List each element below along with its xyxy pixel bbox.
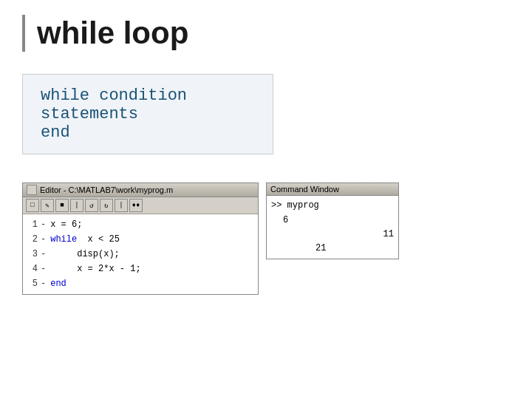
cmd-output-11: 11: [271, 228, 394, 242]
line-num-4: 4: [23, 262, 41, 276]
end-keyword: end: [41, 123, 70, 142]
line-dash-1: -: [41, 218, 50, 231]
editor-line-5: 5 - end: [23, 276, 258, 291]
slide: while loop while condition statements en…: [0, 0, 532, 399]
line-code-5: end: [50, 277, 66, 290]
toolbar-sep2: |: [115, 199, 128, 212]
line-num-2: 2: [23, 233, 41, 246]
syntax-line3: end: [41, 123, 255, 142]
cmd-prompt-text: >> myprog: [271, 200, 319, 211]
slide-title: while loop: [22, 15, 510, 52]
line-code-3: disp(x);: [50, 248, 120, 261]
toolbar-btn-open[interactable]: ✎: [41, 199, 54, 212]
cmd-title-bar: Command Window: [267, 183, 398, 196]
editor-icon: [27, 185, 37, 195]
cmd-val-11: 11: [383, 228, 394, 242]
condition-text: condition: [89, 86, 187, 105]
while-keyword: while: [41, 86, 89, 105]
editor-window: Editor - C:\MATLAB7\work\myprog.m □ ✎ ■ …: [22, 183, 259, 295]
toolbar-btn-save[interactable]: ■: [55, 199, 69, 212]
toolbar-sep1: |: [70, 199, 83, 212]
cmd-output-21: 21: [271, 242, 394, 256]
editor-line-4: 4 - x = 2*x - 1;: [23, 262, 258, 276]
syntax-box: while condition statements end: [22, 74, 273, 154]
while-kw-code: while: [50, 234, 77, 245]
line-code-4: x = 2*x - 1;: [50, 262, 140, 276]
line-num-3: 3: [23, 248, 41, 261]
editor-line-2: 2 - while x < 25: [23, 232, 258, 247]
line-num-1: 1: [23, 218, 41, 231]
end-kw-code: end: [50, 279, 66, 289]
command-window: Command Window >> myprog 6 11 21: [266, 183, 399, 259]
line-code-2: while x < 25: [50, 233, 120, 246]
line-dash-5: -: [41, 277, 50, 290]
cmd-val-21: 21: [316, 242, 326, 256]
line-num-5: 5: [23, 277, 41, 290]
editor-line-1: 1 - x = 6;: [23, 217, 258, 232]
line-code-1: x = 6;: [50, 218, 82, 231]
line-dash-2: -: [41, 233, 50, 246]
editor-area: Editor - C:\MATLAB7\work\myprog.m □ ✎ ■ …: [22, 183, 510, 295]
editor-title-bar: Editor - C:\MATLAB7\work\myprog.m: [23, 183, 258, 197]
editor-title: Editor - C:\MATLAB7\work\myprog.m: [40, 185, 173, 194]
line-dash-3: -: [41, 248, 50, 261]
cmd-content: >> myprog 6 11 21: [267, 196, 398, 259]
toolbar-btn-redo[interactable]: ↻: [100, 199, 113, 212]
editor-toolbar: □ ✎ ■ | ↺ ↻ | ♦♦: [23, 197, 258, 214]
syntax-line1: while condition: [41, 86, 255, 105]
editor-line-3: 3 - disp(x);: [23, 247, 258, 262]
syntax-line2: statements: [41, 105, 255, 123]
toolbar-btn-undo[interactable]: ↺: [85, 199, 98, 212]
line-dash-4: -: [41, 262, 50, 276]
cmd-output-6: 6: [283, 214, 394, 228]
toolbar-btn-find[interactable]: ♦♦: [129, 199, 143, 212]
toolbar-btn-new[interactable]: □: [26, 199, 39, 212]
editor-lines: 1 - x = 6; 2 - while x < 25 3 - disp(x);…: [23, 214, 258, 294]
cmd-title: Command Window: [270, 185, 339, 194]
cmd-prompt: >> myprog: [271, 199, 394, 213]
